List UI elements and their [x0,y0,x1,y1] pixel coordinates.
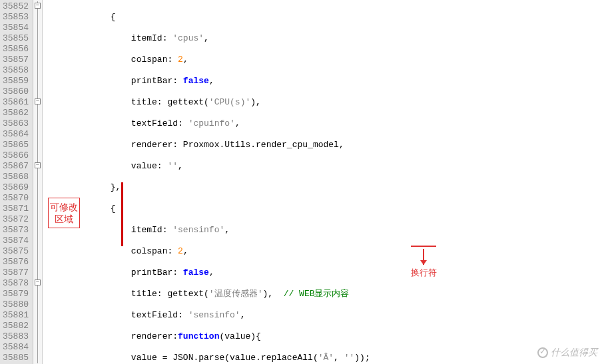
code-line[interactable]: title: gettext('CPU(s)'), [48,97,604,108]
line-number: 35875 [3,246,29,257]
code-line[interactable]: textField: 'cpuinfo', [48,118,604,129]
fold-marker[interactable]: − [35,98,41,104]
code-line[interactable]: { [48,204,604,214]
line-number: 35884 [3,342,29,353]
code-line[interactable]: textField: 'sensinfo', [48,310,604,321]
code-line[interactable]: value: '', [48,161,604,172]
code-line[interactable]: itemId: 'cpus', [48,33,604,44]
watermark: 什么值得买 [537,347,597,359]
line-number: 35854 [3,23,29,33]
code-editor[interactable]: 3585235853358543585535856358573585835859… [0,0,604,364]
line-number: 35861 [3,97,29,108]
annotation-underline [411,246,436,247]
fold-marker[interactable]: − [35,279,41,285]
fold-marker[interactable]: − [35,3,41,9]
line-number: 35864 [3,129,29,140]
line-number: 35881 [3,310,29,321]
annotation-text: 区域 [50,213,78,225]
annotation-arrow [423,249,424,265]
code-line[interactable]: { [48,12,604,23]
line-number: 35877 [3,268,29,278]
code-line[interactable]: renderer:function(value){ [48,331,604,342]
line-number: 35878 [3,278,29,289]
code-line[interactable]: title: gettext('温度传感器'), // WEB显示内容 [48,289,604,299]
code-line[interactable]: itemId: 'sensinfo', [48,225,604,236]
line-number: 35869 [3,182,29,193]
line-number: 35859 [3,76,29,87]
code-line[interactable]: printBar: false, [48,268,604,278]
line-number: 35882 [3,321,29,331]
line-number: 35863 [3,118,29,129]
line-number: 35871 [3,204,29,214]
line-number: 35876 [3,257,29,268]
fold-column[interactable]: − − − − [33,0,43,364]
code-line[interactable]: renderer: Proxmox.Utils.render_cpu_model… [48,140,604,150]
code-line[interactable]: colspan: 2, [48,246,604,257]
line-number: 35868 [3,172,29,182]
line-number: 35862 [3,108,29,118]
line-number-gutter: 3585235853358543585535856358573585835859… [0,0,33,364]
line-number: 35853 [3,12,29,23]
line-number: 35855 [3,33,29,44]
line-number: 35852 [3,1,29,12]
line-number: 35870 [3,193,29,204]
watermark-icon [537,347,548,358]
code-line[interactable]: }, [48,182,604,193]
line-number: 35858 [3,65,29,76]
line-number: 35865 [3,140,29,150]
line-number: 35885 [3,353,29,363]
code-line[interactable]: colspan: 2, [48,55,604,65]
line-number: 35879 [3,289,29,299]
annotation-text: 可修改 [50,201,78,213]
line-number: 35857 [3,55,29,65]
change-marker [121,182,123,246]
line-number: 35880 [3,299,29,310]
line-number: 35860 [3,87,29,97]
line-number: 35873 [3,225,29,236]
line-number: 35883 [3,331,29,342]
line-number: 35874 [3,236,29,246]
line-number: 35867 [3,161,29,172]
line-number: 35866 [3,150,29,161]
fold-marker[interactable]: − [35,162,41,168]
code-line[interactable]: printBar: false, [48,76,604,87]
line-number: 35856 [3,44,29,55]
line-number: 35872 [3,214,29,225]
code-line[interactable]: value = JSON.parse(value.replaceAll('Â',… [48,353,604,363]
watermark-text: 什么值得买 [551,347,597,359]
annotation-newline: 换行符 [411,268,437,278]
annotation-left-box: 可修改 区域 [48,198,80,228]
code-area[interactable]: { itemId: 'cpus', colspan: 2, printBar: … [43,0,604,364]
